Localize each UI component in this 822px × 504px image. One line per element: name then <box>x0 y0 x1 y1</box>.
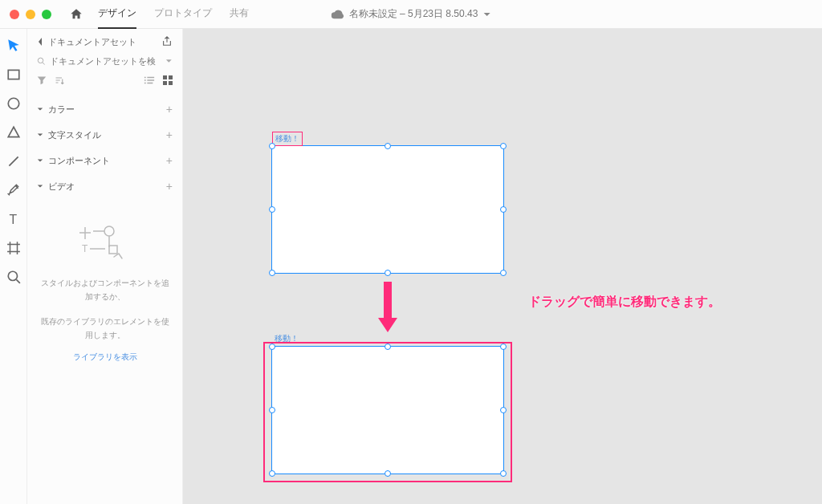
assets-panel: ドキュメントアセット カラー + 文字スタイル <box>27 29 183 504</box>
rectangle-tool[interactable] <box>6 67 21 82</box>
svg-point-4 <box>8 271 17 280</box>
svg-rect-8 <box>163 75 167 79</box>
section-label: カラー <box>48 104 75 116</box>
grid-view-icon[interactable] <box>163 75 173 85</box>
panel-title: ドキュメントアセット <box>48 36 136 48</box>
svg-line-2 <box>9 156 18 165</box>
minimize-window-button[interactable] <box>26 10 35 19</box>
annotation-arrow <box>384 282 392 322</box>
search-row <box>37 56 173 66</box>
svg-rect-10 <box>163 81 167 85</box>
ellipse-tool[interactable] <box>6 96 21 111</box>
filter-icon[interactable] <box>37 75 47 85</box>
tab-prototype[interactable]: プロトタイプ <box>154 0 212 29</box>
zoom-tool[interactable] <box>6 270 21 284</box>
section-label: ビデオ <box>48 181 75 193</box>
section-video[interactable]: ビデオ + <box>37 173 173 199</box>
svg-rect-9 <box>169 75 173 79</box>
toolbar: T <box>0 29 27 504</box>
add-video-button[interactable]: + <box>166 180 173 193</box>
artboard-1-label[interactable]: 移動！ <box>272 132 303 146</box>
chevron-down-icon <box>482 10 490 18</box>
sort-icon[interactable] <box>55 75 64 85</box>
empty-state: T スタイルおよびコンポーネントを追加するか、 既存のライブラリのエレメントを使… <box>37 223 173 363</box>
filter-row <box>37 75 173 85</box>
main-area: T ドキュメントアセット <box>0 29 822 504</box>
library-link[interactable]: ライブラリを表示 <box>37 352 173 363</box>
chevron-down-icon <box>37 132 43 138</box>
text-tool[interactable]: T <box>6 212 21 226</box>
artboard-2-label[interactable]: 移動！ <box>272 332 301 345</box>
section-label: コンポーネント <box>48 155 110 167</box>
select-tool[interactable] <box>6 39 21 53</box>
main-tabs: デザイン プロトタイプ 共有 <box>98 0 249 29</box>
chevron-down-icon <box>37 157 43 164</box>
empty-state-icon: T <box>77 223 133 263</box>
canvas[interactable]: 移動！ 移動！ ドラッグで簡単に移動できます。 <box>183 29 822 504</box>
document-title[interactable]: 名称未設定 – 5月23日 8.50.43 <box>332 7 491 21</box>
list-view-icon[interactable] <box>144 75 155 85</box>
polygon-tool[interactable] <box>6 125 21 140</box>
section-textstyle[interactable]: 文字スタイル + <box>37 122 173 148</box>
add-textstyle-button[interactable]: + <box>166 128 173 141</box>
svg-text:T: T <box>82 243 88 254</box>
add-color-button[interactable]: + <box>166 103 173 116</box>
add-component-button[interactable]: + <box>166 154 173 167</box>
svg-point-1 <box>8 98 19 109</box>
search-input[interactable] <box>50 56 161 66</box>
artboard-1[interactable]: 移動！ <box>271 145 504 274</box>
panel-back-button[interactable]: ドキュメントアセット <box>37 36 136 48</box>
home-button[interactable] <box>69 7 83 22</box>
maximize-window-button[interactable] <box>42 10 51 19</box>
tab-design[interactable]: デザイン <box>98 0 136 29</box>
empty-state-text-2: 既存のライブラリのエレメントを使用します。 <box>37 315 173 342</box>
chevron-down-icon[interactable] <box>165 57 173 65</box>
section-label: 文字スタイル <box>48 129 101 141</box>
window-controls <box>10 10 51 19</box>
close-window-button[interactable] <box>10 10 19 19</box>
document-title-text: 名称未設定 – 5月23日 8.50.43 <box>349 7 478 21</box>
svg-rect-11 <box>169 81 173 85</box>
cloud-icon <box>332 10 344 19</box>
line-tool[interactable] <box>6 154 21 169</box>
svg-line-5 <box>16 279 20 283</box>
chevron-down-icon <box>37 106 43 112</box>
annotation-arrow-head <box>378 318 397 332</box>
pen-tool[interactable] <box>6 183 21 197</box>
search-icon <box>37 56 45 66</box>
svg-point-6 <box>38 58 43 63</box>
annotation-text: ドラッグで簡単に移動できます。 <box>528 294 721 311</box>
section-color[interactable]: カラー + <box>37 96 173 122</box>
svg-rect-0 <box>8 70 19 79</box>
chevron-down-icon <box>37 183 43 189</box>
empty-state-text-1: スタイルおよびコンポーネントを追加するか、 <box>37 276 173 303</box>
chevron-left-icon <box>37 37 43 47</box>
svg-point-14 <box>104 226 114 236</box>
titlebar: デザイン プロトタイプ 共有 名称未設定 – 5月23日 8.50.43 <box>0 0 822 29</box>
section-component[interactable]: コンポーネント + <box>37 148 173 173</box>
artboard-tool[interactable] <box>6 241 21 255</box>
artboard-2[interactable]: 移動！ <box>271 346 504 474</box>
share-icon[interactable] <box>161 35 173 48</box>
svg-text:T: T <box>9 213 17 226</box>
svg-line-7 <box>43 63 45 65</box>
tab-share[interactable]: 共有 <box>230 0 249 29</box>
